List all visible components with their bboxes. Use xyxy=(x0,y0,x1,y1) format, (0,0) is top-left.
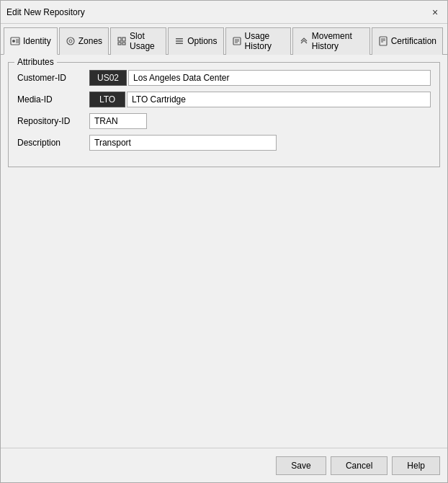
svg-point-5 xyxy=(67,37,74,45)
bottom-bar: Save Cancel Help xyxy=(1,448,447,482)
tab-movement-history[interactable]: Movement History xyxy=(292,27,370,55)
customer-id-row: Customer-ID US02 Los Angeles Data Center xyxy=(17,70,431,86)
cert-icon xyxy=(378,36,388,46)
tabs-bar: Identity Zones Slot Usage xyxy=(1,24,447,55)
media-id-display: LTO Cartridge xyxy=(127,92,431,107)
repository-id-value xyxy=(89,113,431,129)
description-input[interactable] xyxy=(89,135,277,151)
svg-rect-13 xyxy=(176,43,183,45)
repository-id-label: Repository-ID xyxy=(17,116,89,126)
attributes-group: Attributes Customer-ID US02 Los Angeles … xyxy=(8,62,440,167)
customer-id-value: US02 Los Angeles Data Center xyxy=(89,70,431,86)
slot-icon xyxy=(117,36,127,46)
save-button[interactable]: Save xyxy=(276,456,326,475)
svg-rect-18 xyxy=(380,37,387,45)
svg-rect-8 xyxy=(122,37,125,41)
tab-options-label: Options xyxy=(187,36,217,46)
tab-certification[interactable]: Certification xyxy=(372,27,443,55)
movement-icon xyxy=(299,36,309,46)
tab-slot-usage-label: Slot Usage xyxy=(130,31,160,51)
description-row: Description xyxy=(17,135,431,151)
tab-options[interactable]: Options xyxy=(168,27,223,55)
close-button[interactable]: × xyxy=(429,6,442,19)
id-icon xyxy=(10,36,20,46)
media-id-button[interactable]: LTO xyxy=(89,92,125,107)
options-icon xyxy=(174,36,184,46)
customer-id-display: Los Angeles Data Center xyxy=(128,70,431,86)
svg-rect-11 xyxy=(176,38,183,40)
svg-rect-12 xyxy=(176,40,183,42)
attributes-legend: Attributes xyxy=(14,57,57,67)
description-value xyxy=(89,135,431,151)
media-id-value: LTO LTO Cartridge xyxy=(89,92,431,107)
media-id-row: Media-ID LTO LTO Cartridge xyxy=(17,92,431,107)
cancel-button[interactable]: Cancel xyxy=(331,456,387,475)
history-icon xyxy=(232,36,242,46)
content-area: Attributes Customer-ID US02 Los Angeles … xyxy=(1,55,447,448)
tab-identity[interactable]: Identity xyxy=(4,27,58,55)
repository-id-input[interactable] xyxy=(89,113,147,129)
svg-rect-9 xyxy=(118,43,121,45)
tab-usage-history-label: Usage History xyxy=(245,31,285,51)
tab-slot-usage[interactable]: Slot Usage xyxy=(110,27,166,55)
media-id-label: Media-ID xyxy=(17,94,89,105)
tab-certification-label: Certification xyxy=(391,36,436,46)
customer-id-label: Customer-ID xyxy=(17,73,89,83)
repository-id-row: Repository-ID xyxy=(17,113,431,129)
description-label: Description xyxy=(17,138,89,148)
svg-point-1 xyxy=(12,40,15,43)
window-title: Edit New Repository xyxy=(6,7,85,17)
svg-rect-10 xyxy=(122,43,125,45)
title-bar: Edit New Repository × xyxy=(1,1,447,24)
tab-zones[interactable]: Zones xyxy=(59,27,109,55)
tab-movement-history-label: Movement History xyxy=(312,31,364,51)
tab-usage-history[interactable]: Usage History xyxy=(225,27,291,55)
tab-zones-label: Zones xyxy=(79,36,102,46)
svg-rect-7 xyxy=(118,37,121,41)
tab-identity-label: Identity xyxy=(23,36,51,46)
dialog-window: Edit New Repository × Identity xyxy=(0,0,448,483)
svg-point-6 xyxy=(69,40,72,43)
help-button[interactable]: Help xyxy=(392,456,440,475)
zone-icon xyxy=(66,36,76,46)
customer-id-button[interactable]: US02 xyxy=(89,70,127,86)
